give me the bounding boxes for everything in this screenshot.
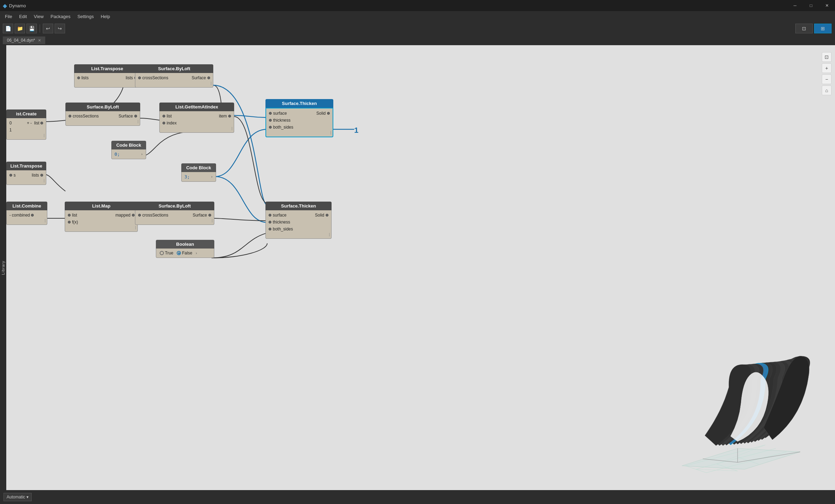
resize-handle[interactable]: | <box>7 133 46 138</box>
node-boolean[interactable]: Boolean True False › <box>156 240 214 258</box>
svg-marker-8 <box>682 448 800 469</box>
port-label: lists <box>32 173 39 178</box>
resize-handle[interactable]: | <box>266 233 331 237</box>
node-surface-byloft-2-row-1: crossSections Surface <box>66 113 140 120</box>
port-label: Solid <box>316 111 326 116</box>
node-boolean-body: True False › <box>156 249 214 258</box>
node-surface-byloft-3[interactable]: Surface.ByLoft crossSections Surface | <box>135 202 214 225</box>
boolean-chevron: › <box>196 251 197 255</box>
canvas[interactable]: List.Transpose lists lists | Surface.ByL… <box>6 45 835 490</box>
menu-view[interactable]: View <box>30 13 47 21</box>
fit-view-button[interactable]: ⊡ <box>822 52 832 62</box>
zoom-in-button[interactable]: + <box>822 63 832 73</box>
tab-main[interactable]: 06_04_04.dyn* ✕ <box>3 36 45 44</box>
port-dot <box>162 115 165 117</box>
resize-handle[interactable]: | <box>66 120 140 124</box>
port-dot <box>269 228 271 230</box>
node-surface-thicken-1-header: Surface.Thicken <box>265 99 333 108</box>
node-list-transpose-1-header: List.Transpose <box>74 64 140 73</box>
code-value-1: 0; <box>114 152 120 157</box>
resize-handle[interactable]: | <box>74 81 140 86</box>
port-dot <box>68 221 71 223</box>
port-dot <box>269 112 272 115</box>
node-surface-thicken-2-row-1: surface Solid <box>266 212 331 219</box>
port-dot <box>40 174 43 177</box>
node-list-getitem[interactable]: List.GetItemAtIndex list item index | <box>159 103 234 133</box>
maximize-button[interactable]: □ <box>803 0 819 11</box>
new-button[interactable]: 📄 <box>3 24 13 33</box>
menu-edit[interactable]: Edit <box>16 13 30 21</box>
port-label: Solid <box>315 213 324 218</box>
menu-packages[interactable]: Packages <box>47 13 74 21</box>
home-view-button[interactable]: ⌂ <box>822 86 832 95</box>
resize-handle[interactable]: | <box>7 219 47 223</box>
open-button[interactable]: 📁 <box>15 24 25 33</box>
node-list-combine[interactable]: List.Combine - combined | <box>6 202 47 225</box>
port-dot <box>31 214 34 217</box>
node-surface-byloft-1-body: crossSections Surface | <box>135 73 213 88</box>
library-label: Library <box>1 261 5 275</box>
node-list-create[interactable]: ist.Create 0 + - list 1 | <box>6 109 46 140</box>
resize-handle[interactable]: | <box>160 127 234 131</box>
port-dot <box>69 115 71 117</box>
resize-handle[interactable]: | <box>135 81 213 86</box>
boolean-true-option[interactable]: True <box>160 251 173 255</box>
node-surface-byloft-1[interactable]: Surface.ByLoft crossSections Surface | <box>135 64 213 88</box>
close-tab-icon[interactable]: ✕ <box>38 38 41 43</box>
radio-false[interactable] <box>177 251 181 255</box>
execution-mode-select[interactable]: Automatic ▾ <box>3 493 32 501</box>
viewport-controls: ⊡ + − ⌂ <box>822 52 832 95</box>
port-minus: - <box>9 213 11 218</box>
undo-button[interactable]: ↩ <box>43 24 53 33</box>
port-dot <box>208 214 211 217</box>
resize-handle[interactable]: | <box>135 219 214 223</box>
node-code-block-1[interactable]: Code Block 0; › <box>111 141 146 159</box>
view-toggle-2[interactable]: ⊞ <box>814 24 832 33</box>
node-surface-thicken-2[interactable]: Surface.Thicken surface Solid thickness … <box>265 202 332 239</box>
save-button[interactable]: 💾 <box>26 24 37 33</box>
port-dot <box>269 119 272 122</box>
view-toggle-1[interactable]: ⊡ <box>795 24 813 33</box>
titlebar: ◆ Dynamo ─ □ ✕ <box>0 0 835 11</box>
port-label: index <box>167 121 177 125</box>
menu-help[interactable]: Help <box>97 13 113 21</box>
menu-file[interactable]: File <box>1 13 16 21</box>
resize-handle[interactable]: | <box>266 131 333 135</box>
resize-handle[interactable]: | <box>65 226 137 230</box>
close-button[interactable]: ✕ <box>819 0 835 11</box>
node-code-block-2-body: 3; › <box>181 172 216 182</box>
node-list-getitem-row-1: list item <box>160 113 234 120</box>
node-list-transpose-1-row-1: lists lists <box>74 74 140 81</box>
node-surface-byloft-2-header: Surface.ByLoft <box>65 103 140 111</box>
execution-mode-label: Automatic <box>7 495 25 499</box>
node-list-transpose-2[interactable]: List.Transpose s lists | <box>6 162 46 185</box>
port-dot <box>134 115 137 117</box>
port-label: 0 <box>9 121 12 125</box>
radio-true[interactable] <box>160 251 164 255</box>
zoom-out-button[interactable]: − <box>822 74 832 84</box>
port-label: item <box>219 114 227 119</box>
redo-button[interactable]: ↪ <box>55 24 65 33</box>
node-list-map-row-1: list mapped <box>65 212 137 219</box>
menubar: File Edit View Packages Settings Help <box>0 11 835 22</box>
resize-handle[interactable]: | <box>7 179 46 183</box>
port-label: both_sides <box>273 227 293 231</box>
port-label: thickness <box>273 118 291 123</box>
port-dot <box>269 214 271 217</box>
minimize-button[interactable]: ─ <box>787 0 803 11</box>
node-list-transpose-1[interactable]: List.Transpose lists lists | <box>74 64 140 88</box>
port-label: f(x) <box>72 220 78 225</box>
port-label: 1 <box>9 128 12 132</box>
port-dot <box>40 122 43 124</box>
node-list-map[interactable]: List.Map list mapped f(x) | <box>65 202 138 232</box>
node-surface-byloft-2[interactable]: Surface.ByLoft crossSections Surface | <box>65 103 140 126</box>
node-list-map-header: List.Map <box>65 202 138 210</box>
port-dot <box>77 76 80 79</box>
toolbar: 📄 📁 💾 ↩ ↪ ⊡ ⊞ <box>0 22 835 35</box>
menu-settings[interactable]: Settings <box>74 13 97 21</box>
node-list-create-header: ist.Create <box>6 109 46 118</box>
app-title: Dynamo <box>9 3 26 8</box>
node-code-block-2[interactable]: Code Block 3; › <box>181 163 216 182</box>
boolean-false-option[interactable]: False <box>177 251 192 255</box>
node-surface-thicken-1[interactable]: Surface.Thicken surface Solid thickness … <box>265 99 333 137</box>
